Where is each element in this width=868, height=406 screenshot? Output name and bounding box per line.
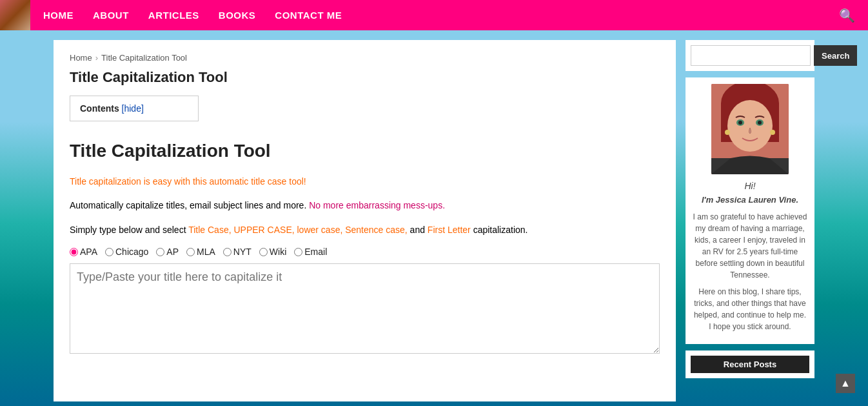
description-1: Title capitalization is easy with this a… [70,174,660,188]
desc2-pink: No more embarrassing mess-ups. [309,200,445,210]
svg-point-8 [725,130,730,135]
profile-image [711,84,789,174]
nav-about[interactable]: ABOUT [93,10,129,21]
svg-point-3 [727,100,773,152]
radio-nyt-label: NYT [233,247,252,257]
title-input[interactable] [70,263,660,354]
nav-home[interactable]: HOME [43,10,74,21]
sidebar: Search [686,40,814,401]
desc3-highlight2: First Letter [428,225,471,235]
main-wrapper: Home › Title Capitalization Tool Title C… [47,30,821,406]
desc2-text: Automatically capitalize titles, email s… [70,200,309,210]
recent-posts-title: Recent Posts [691,356,809,373]
radio-apa-label: APA [80,247,97,257]
description-2: Automatically capitalize titles, email s… [70,198,660,212]
nav-links: HOME ABOUT ARTICLES BOOKS CONTACT ME [30,10,839,21]
nav-articles[interactable]: ARTICLES [148,10,199,21]
nav-contact[interactable]: CONTACT ME [275,10,342,21]
description-3: Simply type below and select Title Case,… [70,223,660,237]
navbar-search-icon[interactable]: 🔍 [839,8,855,23]
style-radio-group: APA Chicago AP MLA NYT Wiki [70,247,660,257]
svg-point-9 [770,130,775,135]
radio-chicago[interactable]: Chicago [105,247,148,257]
svg-point-6 [738,121,742,125]
radio-chicago-input[interactable] [105,248,113,256]
hide-link[interactable]: [hide] [122,103,144,114]
tool-heading: Title Capitalization Tool [70,141,660,161]
breadcrumb-current: Title Capitalization Tool [101,53,187,63]
search-button[interactable]: Search [814,45,857,66]
page-title: Title Capitalization Tool [70,69,660,86]
radio-email-input[interactable] [294,248,302,256]
radio-wiki[interactable]: Wiki [259,247,286,257]
recent-posts-widget: Recent Posts [686,350,814,378]
desc3-highlight: Title Case, UPPER CASE, lower case, Sent… [188,225,409,235]
nav-books[interactable]: BOOKS [219,10,256,21]
radio-nyt-input[interactable] [223,248,232,256]
breadcrumb-separator: › [95,53,98,63]
profile-widget: Hi! I'm Jessica Lauren Vine. I am so gra… [686,77,814,344]
search-input[interactable] [691,45,811,66]
radio-chicago-label: Chicago [115,247,148,257]
radio-mla-label: MLA [197,247,215,257]
contents-box: Contents [hide] [70,96,199,121]
contents-label: Contents [hide] [80,103,144,114]
radio-ap-label: AP [166,247,179,257]
radio-email[interactable]: Email [294,247,327,257]
desc3-end: capitalization. [471,225,528,235]
desc3-text: Simply type below and select [70,225,188,235]
navbar: HOME ABOUT ARTICLES BOOKS CONTACT ME 🔍 [0,0,868,30]
site-logo[interactable] [0,0,30,30]
search-widget: Search [686,40,814,71]
desc1-highlight: Title capitalization is easy with this a… [70,176,306,187]
breadcrumb: Home › Title Capitalization Tool [70,53,660,63]
radio-ap[interactable]: AP [156,247,179,257]
content-area: Home › Title Capitalization Tool Title C… [54,40,676,401]
radio-nyt[interactable]: NYT [223,247,252,257]
scroll-to-top[interactable]: ▲ [836,374,855,393]
radio-wiki-input[interactable] [259,248,268,256]
profile-bio2: Here on this blog, I share tips, tricks,… [692,286,808,332]
profile-name: I'm Jessica Lauren Vine. [692,195,808,205]
radio-apa-input[interactable] [70,248,78,256]
breadcrumb-home[interactable]: Home [70,53,92,63]
radio-apa[interactable]: APA [70,247,97,257]
radio-mla[interactable]: MLA [186,247,215,257]
profile-hi: Hi! [692,181,808,191]
desc3-and: and [410,225,428,235]
radio-mla-input[interactable] [186,248,195,256]
radio-email-label: Email [304,247,327,257]
svg-point-7 [758,121,762,125]
radio-wiki-label: Wiki [270,247,286,257]
radio-ap-input[interactable] [156,248,164,256]
profile-bio1: I am so grateful to have achieved my dre… [692,211,808,281]
